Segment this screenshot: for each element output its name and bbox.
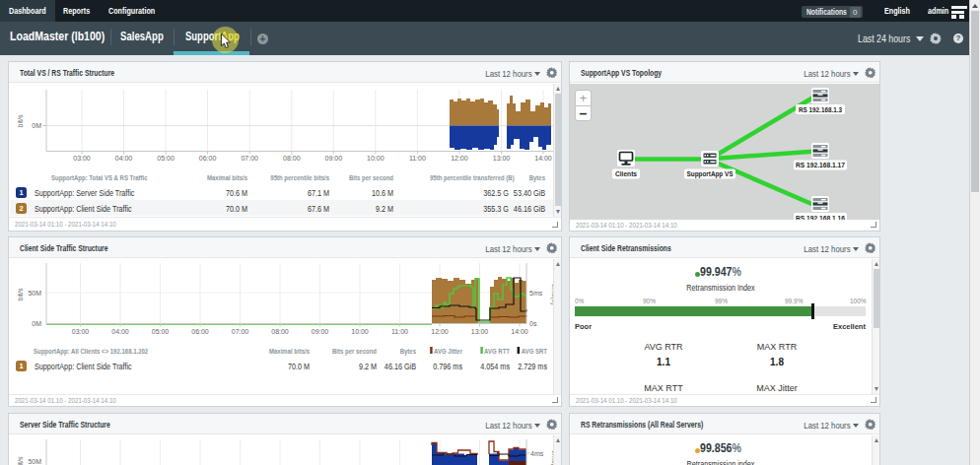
svg-text:03:00: 03:00 [72, 328, 90, 335]
svg-text:13:00: 13:00 [493, 155, 511, 162]
svg-text:4ms: 4ms [530, 450, 544, 457]
svg-text:0s: 0s [529, 320, 537, 327]
svg-text:05:00: 05:00 [157, 155, 175, 162]
svg-text:03:00: 03:00 [73, 155, 91, 162]
svg-text:06:00: 06:00 [191, 328, 209, 335]
svg-text:07:00: 07:00 [232, 328, 249, 335]
svg-text:bit/s: bit/s [17, 114, 24, 127]
svg-text:11:00: 11:00 [409, 155, 426, 162]
svg-text:Clients: Clients [615, 169, 637, 178]
svg-text:09:00: 09:00 [312, 328, 329, 335]
svg-text:bit/s: bit/s [17, 456, 24, 465]
svg-text:RS 192.168.1.17: RS 192.168.1.17 [796, 161, 845, 169]
svg-text:50M: 50M [28, 458, 41, 465]
svg-text:RS 192.168.1.16: RS 192.168.1.16 [796, 214, 845, 221]
svg-text:14:00: 14:00 [534, 155, 552, 162]
svg-text:5ms: 5ms [529, 290, 543, 297]
svg-text:12:00: 12:00 [451, 155, 468, 162]
svg-text:09:00: 09:00 [325, 155, 343, 162]
svg-text:10:00: 10:00 [367, 155, 385, 162]
svg-text:0M: 0M [32, 122, 41, 129]
svg-text:08:00: 08:00 [271, 328, 289, 335]
svg-text:0M: 0M [32, 320, 41, 327]
svg-text:13:00: 13:00 [471, 328, 489, 335]
svg-text:bit/s: bit/s [17, 288, 24, 300]
svg-text:12:00: 12:00 [431, 328, 449, 335]
svg-text:08:00: 08:00 [283, 155, 301, 162]
svg-text:14:00: 14:00 [511, 328, 528, 335]
svg-text:11:00: 11:00 [391, 328, 408, 335]
svg-text:50M: 50M [28, 290, 41, 297]
svg-text:06:00: 06:00 [199, 155, 217, 162]
svg-text:SupportApp VS: SupportApp VS [687, 169, 734, 178]
svg-text:07:00: 07:00 [241, 155, 258, 162]
svg-text:04:00: 04:00 [115, 155, 133, 162]
svg-text:05:00: 05:00 [152, 328, 170, 335]
svg-text:RS 192.168.1.3: RS 192.168.1.3 [799, 105, 842, 114]
svg-text:04:00: 04:00 [111, 328, 129, 335]
svg-text:10:00: 10:00 [351, 328, 369, 335]
